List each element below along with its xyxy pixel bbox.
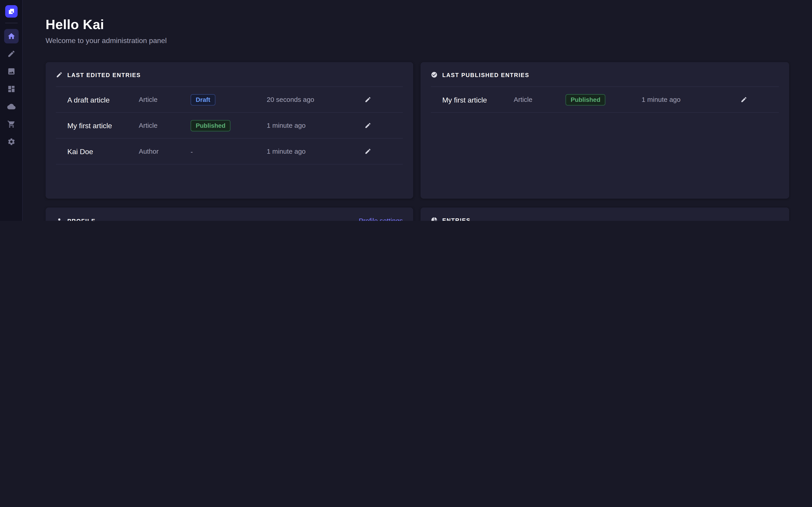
- last-edited-title: LAST EDITED ENTRIES: [67, 72, 141, 78]
- cart-icon: [7, 120, 15, 128]
- home-icon: [7, 32, 15, 40]
- sidebar-item-home[interactable]: [4, 29, 18, 44]
- sidebar-item-content-type-builder[interactable]: [4, 82, 18, 96]
- entry-type: Article: [514, 96, 566, 103]
- last-published-title: LAST PUBLISHED ENTRIES: [442, 72, 529, 78]
- gear-icon: [7, 138, 15, 146]
- sidebar-divider: [5, 23, 17, 23]
- table-row[interactable]: A draft article Article Draft 20 seconds…: [56, 87, 403, 113]
- entry-time: 1 minute ago: [267, 122, 361, 129]
- entry-type: Article: [139, 96, 191, 103]
- pencil-icon: [364, 122, 371, 129]
- entry-time: 1 minute ago: [267, 147, 361, 155]
- profile-title: PROFILE: [67, 217, 96, 221]
- app-root: KD Hello Kai Welcome to your administrat…: [0, 0, 812, 221]
- entry-type: Article: [139, 122, 191, 129]
- status-badge: -: [191, 148, 193, 155]
- last-edited-header: LAST EDITED ENTRIES: [56, 71, 403, 78]
- status-badge: Published: [191, 120, 231, 131]
- edit-entry-button[interactable]: [361, 95, 374, 104]
- entry-type: Author: [139, 147, 191, 155]
- sidebar-item-media-library[interactable]: [4, 64, 18, 79]
- profile-header: PROFILE Profile settings: [56, 217, 403, 221]
- status-badge: Draft: [191, 94, 215, 105]
- strapi-logo-icon: [8, 8, 14, 15]
- entries-header: ENTRIES: [431, 217, 779, 221]
- table-row[interactable]: My first article Article Published 1 min…: [56, 113, 403, 139]
- profile-card: PROFILE Profile settings KD Kai Doe kai.…: [46, 208, 413, 221]
- pencil-icon: [56, 71, 63, 78]
- last-edited-table: A draft article Article Draft 20 seconds…: [56, 86, 403, 165]
- entries-title: ENTRIES: [442, 217, 471, 221]
- page-title: Hello Kai: [46, 16, 789, 33]
- sidebar-item-settings[interactable]: [4, 134, 18, 149]
- strapi-logo[interactable]: [5, 5, 17, 17]
- media-icon: [7, 67, 15, 75]
- main-content: Hello Kai Welcome to your administration…: [23, 0, 812, 221]
- page-subtitle: Welcome to your administration panel: [46, 36, 789, 45]
- layout-icon: [7, 85, 15, 93]
- last-edited-card: LAST EDITED ENTRIES A draft article Arti…: [46, 62, 413, 199]
- entries-card: ENTRIES 3 entries Draft: [420, 208, 789, 221]
- sidebar-item-content-manager[interactable]: [4, 47, 18, 61]
- pencil-icon: [364, 148, 371, 155]
- edit-entry-button[interactable]: [361, 121, 374, 130]
- pencil-icon: [740, 96, 747, 103]
- last-published-header: LAST PUBLISHED ENTRIES: [431, 71, 779, 78]
- edit-entry-button[interactable]: [737, 95, 750, 104]
- pen-icon: [7, 50, 15, 58]
- entry-name: My first article: [442, 96, 514, 104]
- pie-chart-icon: [431, 217, 438, 221]
- sidebar-item-marketplace[interactable]: [4, 117, 18, 131]
- last-published-table: My first article Article Published 1 min…: [431, 86, 779, 113]
- entry-name: A draft article: [67, 96, 139, 104]
- entry-time: 20 seconds ago: [267, 96, 361, 103]
- user-icon: [56, 217, 63, 221]
- entry-name: Kai Doe: [67, 147, 139, 156]
- cloud-icon: [7, 103, 15, 111]
- check-circle-icon: [431, 71, 438, 78]
- entry-time: 1 minute ago: [642, 96, 737, 103]
- last-published-card: LAST PUBLISHED ENTRIES My first article …: [420, 62, 789, 199]
- pencil-icon: [364, 96, 371, 103]
- edit-entry-button[interactable]: [361, 147, 374, 156]
- dashboard-grid: LAST EDITED ENTRIES A draft article Arti…: [46, 62, 789, 221]
- profile-settings-link[interactable]: Profile settings: [359, 217, 403, 221]
- table-row[interactable]: Kai Doe Author - 1 minute ago: [56, 138, 403, 165]
- entry-name: My first article: [67, 121, 139, 129]
- sidebar-item-cloud[interactable]: [4, 99, 18, 114]
- status-badge: Published: [565, 94, 606, 105]
- table-row[interactable]: My first article Article Published 1 min…: [431, 87, 779, 113]
- sidebar: KD: [0, 0, 23, 221]
